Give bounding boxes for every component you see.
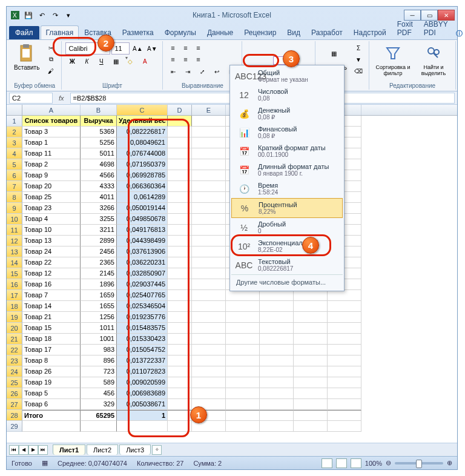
cell[interactable]: Товар 6 — [22, 399, 81, 410]
cell[interactable]: Товар 1 — [22, 137, 81, 148]
number-format-финансовый[interactable]: 📊Финансовый0,08 ₽ — [231, 123, 343, 142]
cell[interactable] — [294, 323, 328, 334]
cell[interactable] — [260, 388, 294, 399]
cell[interactable]: Итого — [22, 410, 81, 421]
font-size-combo[interactable]: 11 — [111, 42, 130, 55]
cell[interactable] — [226, 301, 260, 312]
cell[interactable] — [294, 345, 328, 355]
cell[interactable]: Товар 18 — [22, 334, 81, 345]
cell[interactable] — [168, 323, 192, 334]
cell[interactable] — [328, 410, 361, 421]
align-bottom-icon[interactable]: ≡ — [192, 42, 204, 53]
cell[interactable] — [260, 345, 294, 355]
cell[interactable]: Товар 22 — [22, 257, 81, 268]
row-header[interactable]: 18 — [7, 301, 22, 312]
font-grow-icon[interactable]: A▲ — [131, 43, 144, 54]
fx-icon[interactable]: fx — [55, 94, 68, 102]
cell[interactable]: Товар 2 — [22, 159, 81, 170]
cell[interactable] — [192, 323, 226, 334]
cell[interactable]: Товар 3 — [22, 127, 81, 137]
cell[interactable]: Товар 9 — [22, 170, 81, 181]
cell[interactable]: Товар 15 — [22, 323, 81, 334]
cell[interactable]: 723 — [81, 366, 117, 377]
cell[interactable] — [168, 345, 192, 355]
cell[interactable]: 0,015054752 — [117, 345, 168, 355]
font-shrink-icon[interactable]: A▼ — [145, 43, 159, 54]
border-icon[interactable]: ▦ — [109, 56, 122, 67]
cell[interactable] — [168, 377, 192, 388]
cell[interactable]: Товар 12 — [22, 268, 81, 279]
cell[interactable] — [328, 421, 361, 432]
cell[interactable] — [168, 148, 192, 159]
cell[interactable] — [260, 334, 294, 345]
cell[interactable] — [226, 290, 260, 301]
tab-nav-first-icon[interactable]: ⏮ — [9, 445, 19, 455]
cell[interactable] — [168, 257, 192, 268]
row-header[interactable]: 10 — [7, 214, 22, 225]
cell[interactable] — [192, 257, 226, 268]
cell[interactable] — [260, 290, 294, 301]
view-layout-icon[interactable] — [336, 458, 347, 468]
cell[interactable]: Товар 7 — [22, 290, 81, 301]
cell[interactable]: 3266 — [81, 203, 117, 214]
cell[interactable]: Список товаров — [22, 116, 81, 127]
cell[interactable] — [168, 170, 192, 181]
cell[interactable]: 0,037613906 — [117, 246, 168, 257]
sheet-tab-1[interactable]: Лист1 — [53, 445, 85, 455]
cell[interactable] — [328, 388, 361, 399]
cell[interactable] — [226, 334, 260, 345]
cell[interactable] — [168, 399, 192, 410]
row-header[interactable]: 21 — [7, 334, 22, 345]
indent-decrease-icon[interactable]: ⇤ — [167, 66, 180, 77]
cell[interactable] — [168, 366, 192, 377]
cell[interactable] — [260, 355, 294, 366]
cell[interactable] — [192, 345, 226, 355]
cell[interactable]: 0,069928785 — [117, 170, 168, 181]
cell[interactable] — [328, 345, 361, 355]
cell[interactable]: Товар 16 — [22, 279, 81, 290]
cell[interactable]: Товар 26 — [22, 366, 81, 377]
cell[interactable]: 5256 — [81, 137, 117, 148]
cell[interactable] — [192, 137, 226, 148]
row-header[interactable]: 23 — [7, 355, 22, 366]
cell[interactable]: 0,032850907 — [117, 268, 168, 279]
cell[interactable] — [192, 388, 226, 399]
cell[interactable]: Товар 5 — [22, 388, 81, 399]
cell[interactable] — [168, 137, 192, 148]
cell[interactable] — [168, 334, 192, 345]
row-header[interactable]: 26 — [7, 388, 22, 399]
tab-nav-next-icon[interactable]: ▶ — [28, 445, 38, 455]
cell[interactable]: 2365 — [81, 257, 117, 268]
cell[interactable]: 1 — [117, 410, 168, 421]
cell[interactable] — [22, 421, 81, 432]
cell[interactable] — [168, 127, 192, 137]
cell[interactable]: 329 — [81, 399, 117, 410]
align-center-icon[interactable]: ≡ — [179, 54, 191, 65]
cell[interactable]: 0,015330423 — [117, 334, 168, 345]
cell[interactable] — [168, 246, 192, 257]
cell[interactable]: 0,076744008 — [117, 148, 168, 159]
cell[interactable] — [192, 377, 226, 388]
cell[interactable]: 0,066360364 — [117, 181, 168, 192]
row-header[interactable]: 5 — [7, 159, 22, 170]
cell[interactable] — [328, 301, 361, 312]
cell[interactable] — [294, 388, 328, 399]
cell[interactable] — [294, 410, 328, 421]
align-middle-icon[interactable]: ≡ — [179, 42, 191, 53]
cut-icon[interactable]: ✂ — [44, 42, 58, 53]
row-header[interactable]: 14 — [7, 257, 22, 268]
clear-icon[interactable]: ⌫ — [352, 65, 365, 76]
cell[interactable]: 0,029037445 — [117, 279, 168, 290]
cell[interactable] — [328, 366, 361, 377]
cell[interactable] — [168, 312, 192, 323]
paste-button[interactable]: Вставить — [12, 42, 42, 72]
cell[interactable] — [168, 159, 192, 170]
col-header-D[interactable]: D — [168, 105, 192, 115]
cell[interactable] — [260, 421, 294, 432]
cell[interactable]: 0,036220231 — [117, 257, 168, 268]
cell[interactable] — [192, 236, 226, 246]
number-format-текстовый[interactable]: ABCТекстовый0,082226817 — [231, 256, 343, 274]
row-header[interactable]: 20 — [7, 323, 22, 334]
cell[interactable]: 2145 — [81, 268, 117, 279]
cell[interactable]: 0,044398499 — [117, 236, 168, 246]
